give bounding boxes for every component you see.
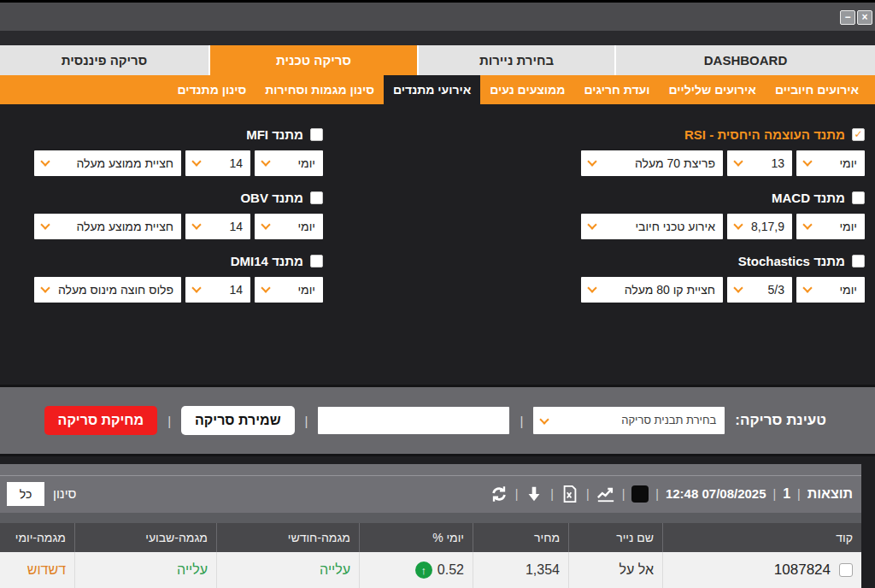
dmi-checkbox[interactable] (310, 255, 323, 268)
header-weekly-trend[interactable]: מגמה-שבועי (74, 523, 216, 552)
line-chart-icon[interactable] (596, 485, 615, 503)
mfi-length-select[interactable]: 14 (185, 150, 250, 176)
select-value: יומי (297, 150, 315, 176)
macd-params-select[interactable]: 8,17,9 (727, 214, 792, 239)
obv-period-select[interactable]: יומי (255, 214, 323, 239)
mfi-checkbox[interactable] (310, 128, 323, 141)
subnav-positive-events[interactable]: אירועים חיוביים (766, 75, 868, 104)
subnav: אירועים חיוביים אירועים שליליים ועדת חרי… (0, 75, 875, 104)
scan-name-input[interactable] (318, 407, 509, 434)
chevron-down-icon (733, 156, 743, 166)
tab-financial-scan[interactable]: סריקה פיננסית (0, 45, 208, 75)
stochastics-params-select[interactable]: 5/3 (727, 277, 792, 303)
separator: | (167, 414, 171, 428)
header-price[interactable]: מחיר (473, 523, 568, 552)
macd-condition-select[interactable]: אירוע טכני חיובי (581, 214, 723, 239)
select-value: יומי (297, 277, 315, 303)
select-value: פריצת 70 מעלה (635, 150, 715, 176)
tab-technical-scan[interactable]: סריקה טכנית (210, 45, 417, 75)
macd-period-select[interactable]: יומי (796, 214, 865, 239)
results-info: תוצאות | 1 | 07/08/2025 12:48 | | | | | (490, 485, 853, 503)
delete-scan-button[interactable]: מחיקת סריקה (44, 406, 158, 435)
stochastics-checkbox[interactable] (852, 255, 865, 268)
indicator-block-rsi: ✓ מתנד העוצמה היחסית - RSI יומי 13 פריצת… (581, 125, 865, 176)
results-datetime: 07/08/2025 12:48 (666, 486, 766, 501)
subnav-exceptions-committee[interactable]: ועדת חריגים (574, 75, 659, 104)
header-monthly-trend[interactable]: מגמה-חודשי (216, 523, 359, 552)
subnav-oscillator-filter[interactable]: סינון מתנדים (167, 75, 255, 104)
mfi-condition-select[interactable]: חציית ממוצע מעלה (34, 150, 181, 176)
dmi-length-select[interactable]: 14 (185, 277, 250, 303)
rsi-checkbox[interactable]: ✓ (852, 128, 865, 141)
subnav-oscillator-events[interactable]: אירועי מתנדים (384, 75, 480, 104)
indicator-block-obv: מתנד OBV יומי 14 חציית ממוצע מעלה (34, 188, 323, 239)
results-count: 1 (783, 486, 790, 502)
stochastics-condition-select[interactable]: חציית קו 80 מעלה (581, 277, 723, 303)
filters-column-left: מתנד MFI יומי 14 חציית ממוצע מעלה (34, 125, 323, 315)
chevron-down-icon (587, 156, 596, 166)
excel-export-icon[interactable] (561, 485, 579, 503)
select-value: יומי (839, 150, 857, 176)
download-arrow-icon[interactable] (525, 485, 543, 503)
chevron-down-icon (40, 156, 50, 166)
indicator-block-stochastics: מתנד Stochastics יומי 5/3 חציית קו 80 מע… (581, 251, 865, 303)
save-scan-button[interactable]: שמירת סריקה (181, 406, 295, 435)
dmi-condition-select[interactable]: פלוס חוצה מינוס מעלה (34, 277, 181, 303)
header-security-name[interactable]: שם נייר (568, 523, 662, 552)
cell-daily-pct: 0.52 ↑ (359, 552, 473, 588)
rsi-condition-select[interactable]: פריצת 70 מעלה (581, 150, 723, 176)
filter-select[interactable]: כל (7, 482, 44, 506)
header-daily-trend[interactable]: מגמה-יומי (0, 523, 74, 552)
table-header-row: קוד שם נייר מחיר יומי % מגמה-חודשי מגמה-… (0, 523, 861, 552)
select-value: חציית ממוצע מעלה (76, 150, 173, 176)
color-swatch-icon[interactable] (631, 485, 649, 503)
stochastics-label: מתנד Stochastics (738, 254, 845, 268)
separator: | (515, 487, 519, 501)
chevron-down-icon (40, 283, 50, 292)
select-value: יומי (839, 214, 857, 239)
main-tabbar: DASHBOARD בחירת ניירות סריקה טכנית סריקה… (0, 45, 875, 75)
separator: | (586, 487, 590, 501)
scan-template-select[interactable]: בחירת תבנית סריקה (533, 407, 725, 434)
rsi-length-select[interactable]: 13 (727, 150, 792, 176)
check-icon: ✓ (854, 129, 862, 139)
titlebar-divider (0, 31, 875, 45)
subnav-trend-liquidity-filter[interactable]: סינון מגמות וסחירות (255, 75, 384, 104)
window-titlebar: − × (0, 3, 875, 31)
macd-checkbox[interactable] (852, 191, 865, 204)
chevron-down-icon (587, 283, 596, 292)
chevron-down-icon (261, 156, 270, 166)
close-button[interactable]: × (857, 10, 872, 25)
table-row[interactable]: 1087824 אל על 1,354 0.52 ↑ עלייה עלייה ד… (0, 552, 861, 588)
chevron-down-icon (191, 283, 201, 292)
chevron-down-icon (540, 415, 549, 424)
up-arrow-icon: ↑ (415, 562, 432, 579)
subnav-moving-averages[interactable]: ממוצעים נעים (480, 75, 574, 104)
header-code[interactable]: קוד (662, 523, 861, 552)
filters-column-right: ✓ מתנד העוצמה היחסית - RSI יומי 13 פריצת… (581, 125, 865, 315)
select-value: יומי (297, 214, 315, 239)
obv-length-select[interactable]: 14 (185, 214, 250, 239)
subnav-negative-events[interactable]: אירועים שליליים (659, 75, 765, 104)
row-checkbox[interactable] (839, 563, 853, 577)
separator: | (797, 487, 801, 501)
header-daily-pct[interactable]: יומי % (359, 523, 473, 552)
chevron-down-icon (261, 220, 270, 229)
obv-checkbox[interactable] (310, 191, 323, 204)
refresh-icon[interactable] (490, 485, 508, 503)
select-value: יומי (839, 277, 857, 303)
chevron-down-icon (191, 156, 201, 166)
rsi-period-select[interactable]: יומי (796, 150, 865, 176)
results-divider (0, 513, 861, 523)
tab-security-selection[interactable]: בחירת ניירות (419, 45, 614, 75)
select-value: 13 (771, 150, 784, 176)
stochastics-period-select[interactable]: יומי (796, 277, 865, 303)
minimize-button[interactable]: − (840, 10, 855, 25)
mfi-label: מתנד MFI (246, 127, 303, 142)
chevron-down-icon (191, 220, 201, 229)
mfi-period-select[interactable]: יומי (255, 150, 323, 176)
chevron-down-icon (733, 283, 743, 292)
dmi-period-select[interactable]: יומי (255, 277, 323, 303)
obv-condition-select[interactable]: חציית ממוצע מעלה (34, 214, 181, 239)
tab-dashboard[interactable]: DASHBOARD (616, 45, 875, 75)
